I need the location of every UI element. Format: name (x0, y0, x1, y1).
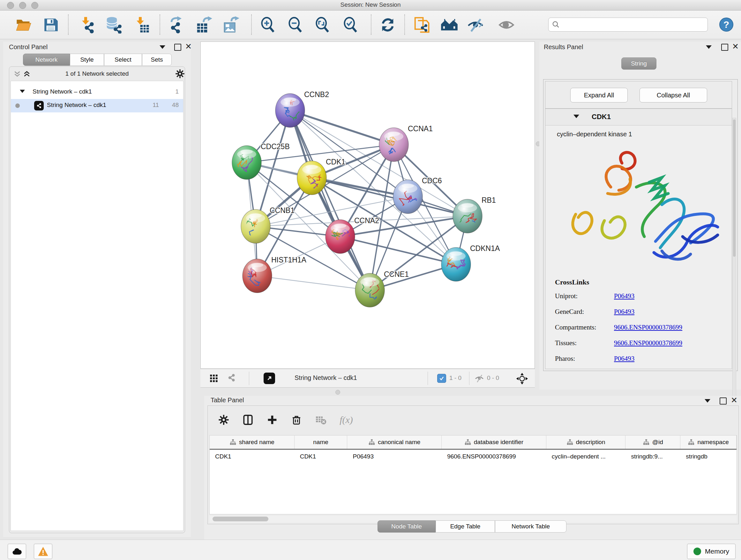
node-label[interactable]: CCNA1 (408, 125, 433, 133)
tab-select[interactable]: Select (104, 54, 142, 66)
genecard-link[interactable]: P06493 (614, 308, 634, 316)
node-label[interactable]: RB1 (482, 196, 496, 204)
pharos-link[interactable]: P06493 (614, 355, 634, 363)
column-header-database-identifier[interactable]: database identifier (442, 435, 546, 449)
panel-menu-caret[interactable] (706, 45, 712, 49)
column-label: canonical name (378, 439, 420, 446)
panel-close-button[interactable]: ✕ (185, 44, 192, 49)
node-label[interactable]: CDC25B (261, 142, 290, 151)
tab-network-table[interactable]: Network Table (495, 520, 566, 533)
show-columns-button[interactable] (240, 412, 256, 428)
cloud-button[interactable] (8, 544, 26, 559)
table-cell[interactable]: CDK1 (294, 449, 347, 463)
import-network-file-button[interactable] (78, 16, 96, 34)
main-toolbar: ? (0, 10, 741, 39)
table-cell[interactable]: P06493 (347, 449, 442, 463)
results-scrollbar[interactable] (732, 118, 736, 408)
node-label[interactable]: CCNB2 (304, 90, 329, 99)
zoom-in-button[interactable] (259, 16, 277, 34)
show-hide-panel-button[interactable] (497, 16, 515, 34)
string-network-graph[interactable]: CCNB2CCNA1CDC25BCDK1CDC6RB1CCNB1CCNA2CDK… (201, 42, 535, 368)
uniprot-link[interactable]: P06493 (614, 292, 634, 300)
panel-menu-caret[interactable] (159, 45, 165, 49)
table-row[interactable]: CDK1CDK1P064939606.ENSP00000378699cyclin… (210, 449, 737, 463)
panel-float-button[interactable] (721, 44, 728, 51)
panel-float-button[interactable] (174, 44, 181, 51)
expand-all-button[interactable]: Expand All (570, 88, 628, 103)
protein-header[interactable]: CDK1 (545, 109, 732, 125)
string-query-button[interactable] (441, 16, 458, 34)
show-hide-details-button[interactable] (467, 16, 484, 34)
tissues-link[interactable]: 9606.ENSP00000378699 (614, 339, 682, 347)
tab-sets[interactable]: Sets (142, 54, 172, 66)
panel-close-button[interactable]: ✕ (731, 397, 738, 403)
scrollbar-thumb[interactable] (733, 119, 736, 257)
selected-nodes-checkbox[interactable] (437, 374, 446, 383)
network-view-canvas[interactable]: CCNB2CCNA1CDC25BCDK1CDC6RB1CCNB1CCNA2CDK… (200, 42, 535, 369)
refresh-layout-button[interactable] (379, 16, 397, 34)
node-label[interactable]: CDK1 (326, 158, 345, 166)
tab-string[interactable]: String (621, 57, 657, 70)
zoom-selected-button[interactable] (341, 16, 359, 34)
node-label[interactable]: CDC6 (422, 177, 442, 185)
node-label[interactable]: CCNE1 (384, 270, 409, 278)
compartments-link[interactable]: 9606.ENSP00000378699 (614, 323, 682, 331)
create-column-button[interactable] (264, 412, 280, 428)
tab-style[interactable]: Style (70, 54, 104, 66)
horizontal-splitter-handle[interactable] (335, 390, 340, 395)
node-label[interactable]: CCNA2 (354, 216, 379, 225)
delete-column-button[interactable] (288, 412, 305, 428)
export-table-button[interactable] (195, 16, 212, 34)
zoom-out-button[interactable] (286, 16, 304, 34)
warnings-button[interactable] (34, 544, 52, 559)
export-image-button[interactable] (222, 16, 240, 34)
function-builder-button[interactable]: f(x) (338, 412, 354, 428)
memory-button[interactable]: Memory (687, 544, 736, 559)
network-options-gear-icon[interactable] (175, 69, 185, 78)
hidden-items-button[interactable] (474, 373, 484, 385)
column-header-shared-name[interactable]: shared name (210, 435, 294, 449)
panel-close-button[interactable]: ✕ (732, 44, 739, 49)
protein-collapse-caret[interactable] (574, 115, 579, 118)
panel-float-button[interactable] (720, 397, 727, 405)
collapse-all-button[interactable]: Collapse All (639, 88, 707, 103)
open-session-button[interactable] (14, 16, 32, 34)
network-view-mode-button[interactable] (226, 373, 236, 384)
table-options-button[interactable] (215, 412, 232, 428)
column-header-namespace[interactable]: namespace (680, 435, 737, 449)
zoom-fit-button[interactable] (313, 16, 331, 34)
network-row[interactable]: String Network – cdk1 11 48 (11, 99, 183, 112)
column-header-canonical-name[interactable]: canonical name (347, 435, 442, 449)
panel-menu-caret[interactable] (704, 399, 711, 402)
save-session-button[interactable] (42, 16, 60, 34)
help-button[interactable]: ? (719, 17, 733, 32)
table-cell[interactable]: CDK1 (210, 449, 294, 463)
export-network-button[interactable] (167, 16, 185, 34)
node-label[interactable]: CDKN1A (470, 244, 500, 253)
table-cell[interactable]: 9606.ENSP00000378699 (442, 449, 546, 463)
node-label[interactable]: CCNB1 (270, 206, 294, 214)
import-table-file-button[interactable] (133, 16, 151, 34)
tree-expand-caret[interactable] (20, 90, 25, 93)
birdseye-view-button[interactable] (516, 372, 529, 386)
tab-node-table[interactable]: Node Table (378, 520, 435, 533)
duplicate-network-button[interactable] (413, 16, 430, 34)
column-header-name[interactable]: name (294, 435, 347, 449)
grid-mode-button[interactable] (209, 374, 218, 384)
network-manager-box: 1 of 1 Network selected String Network –… (9, 66, 185, 533)
tab-network[interactable]: Network (23, 54, 70, 66)
detach-view-button[interactable] (264, 373, 275, 384)
search-input[interactable] (560, 21, 704, 28)
import-network-database-button[interactable] (105, 16, 122, 34)
table-cell[interactable]: stringdb:9... (625, 449, 680, 463)
network-collection-row[interactable]: String Network – cdk1 1 (11, 85, 183, 99)
table-cell[interactable]: cyclin–dependent ... (546, 449, 626, 463)
delete-table-button[interactable] (313, 412, 329, 428)
node-table[interactable]: shared namenamecanonical namedatabase id… (209, 435, 737, 514)
table-cell[interactable]: stringdb (680, 449, 737, 463)
column-header-description[interactable]: description (546, 435, 626, 449)
column-header--id[interactable]: @id (625, 435, 680, 449)
tab-edge-table[interactable]: Edge Table (435, 520, 495, 533)
scrollbar-thumb[interactable] (212, 516, 268, 521)
node-label[interactable]: HIST1H1A (271, 256, 307, 264)
